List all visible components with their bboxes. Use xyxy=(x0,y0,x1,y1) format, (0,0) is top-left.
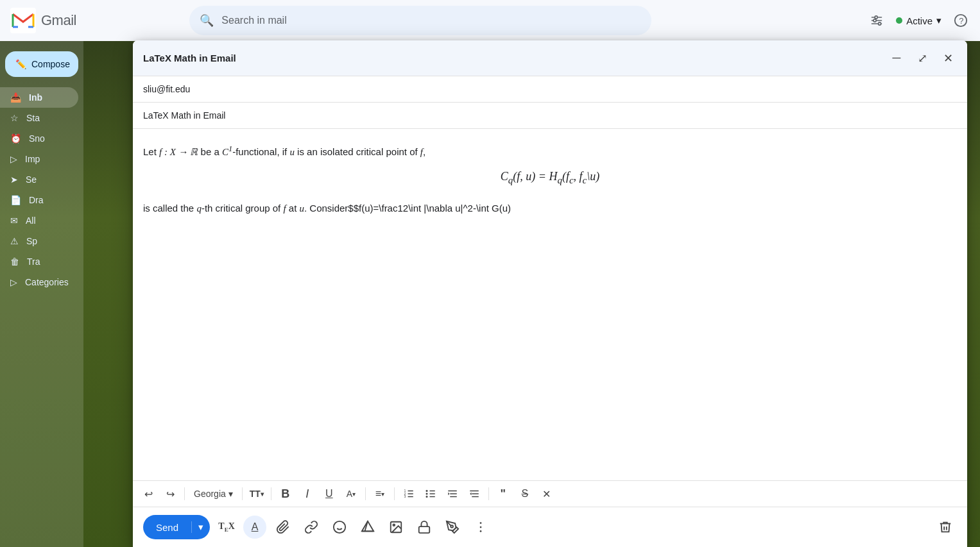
important-label: Imp xyxy=(25,154,40,164)
math-u1: u xyxy=(289,147,295,157)
settings-icon[interactable] xyxy=(868,12,886,29)
gmail-logo: Gmail xyxy=(10,8,76,33)
compose-header: LaTeX Math in Email ─ ⤢ ✕ xyxy=(133,40,967,76)
toolbar-separator-1 xyxy=(184,487,185,500)
math-f2: f xyxy=(420,147,423,157)
display-formula: Cq(f, u) = Hq(fc, fc\u) xyxy=(143,166,957,189)
svg-rect-7 xyxy=(872,23,879,24)
undo-button[interactable]: ↩ xyxy=(138,484,159,504)
categories-icon: ▷ xyxy=(10,277,17,287)
app-title: Gmail xyxy=(41,12,76,29)
draft-icon: 📄 xyxy=(10,195,21,205)
maximize-icon[interactable]: ⤢ xyxy=(913,49,931,67)
sidebar-item-all[interactable]: ✉ All xyxy=(0,210,78,231)
send-dropdown-arrow[interactable]: ▾ xyxy=(191,521,210,533)
attach-file-button[interactable] xyxy=(271,516,295,539)
compose-to-field[interactable]: sliu@fit.edu xyxy=(133,76,967,103)
search-bar[interactable]: 🔍 Search in mail xyxy=(189,6,651,35)
sidebar-item-drafts[interactable]: 📄 Dra xyxy=(0,190,78,210)
link-icon xyxy=(304,520,318,534)
math-q: q xyxy=(196,203,202,214)
bold-button[interactable]: B xyxy=(275,484,296,504)
svg-rect-0 xyxy=(10,8,36,33)
toolbar-separator-2 xyxy=(242,487,243,500)
sidebar-item-spam[interactable]: ⚠ Sp xyxy=(0,231,78,251)
compose-body[interactable]: Let f : X → ℝ be a C1-functional, if u i… xyxy=(133,129,967,480)
clear-formatting-button[interactable]: ✕ xyxy=(537,484,557,504)
spam-label: Sp xyxy=(26,236,37,246)
drafts-label: Dra xyxy=(29,195,44,205)
search-placeholder: Search in mail xyxy=(221,15,286,26)
text-formatting-button[interactable]: A xyxy=(243,516,266,539)
warning-icon: ⚠ xyxy=(10,236,19,246)
compose-icon: ✏️ xyxy=(15,59,26,69)
body-line-2: is called the q-th critical group of f a… xyxy=(143,199,957,217)
font-family-selector[interactable]: Georgia ▾ xyxy=(189,486,238,501)
outdent-button[interactable] xyxy=(464,484,485,504)
send-button[interactable]: Send ▾ xyxy=(143,515,210,539)
sidebar-item-categories[interactable]: ▷ Categories xyxy=(0,272,78,292)
sidebar: ✏️ Compose 📥 Inb ☆ Sta ⏰ Sno ▷ Imp ➤ Se … xyxy=(0,41,83,547)
svg-point-38 xyxy=(480,526,482,528)
svg-point-36 xyxy=(451,525,453,528)
photo-icon xyxy=(389,520,403,534)
text-color-button[interactable]: A ▾ xyxy=(341,484,361,504)
mail-icon: ✉ xyxy=(10,215,18,226)
font-family-chevron: ▾ xyxy=(228,489,233,499)
svg-point-39 xyxy=(480,530,482,532)
insert-link-button[interactable] xyxy=(300,516,323,539)
svg-point-22 xyxy=(426,493,427,495)
starred-label: Sta xyxy=(26,113,40,123)
sidebar-item-inbox[interactable]: 📥 Inb xyxy=(0,87,78,108)
close-icon[interactable]: ✕ xyxy=(939,49,957,67)
delete-button[interactable] xyxy=(934,516,957,539)
sidebar-item-trash[interactable]: 🗑 Tra xyxy=(0,251,78,272)
active-status[interactable]: Active ▾ xyxy=(896,15,941,26)
confidential-button[interactable] xyxy=(413,516,436,539)
unordered-list-button[interactable] xyxy=(420,484,441,504)
math-f1: f : X → ℝ xyxy=(159,147,198,157)
italic-button[interactable]: I xyxy=(297,484,318,504)
text-format-icon: A xyxy=(252,521,259,533)
toolbar-separator-4 xyxy=(365,487,366,500)
compose-subject-field[interactable]: LaTeX Math in Email xyxy=(133,103,967,129)
svg-text:3: 3 xyxy=(404,494,406,498)
important-icon: ▷ xyxy=(10,154,17,164)
svg-point-6 xyxy=(873,19,876,22)
blockquote-button[interactable]: " xyxy=(493,484,513,504)
signature-button[interactable] xyxy=(441,516,464,539)
gmail-logo-icon xyxy=(10,8,36,33)
ordered-list-button[interactable]: 1 2 3 xyxy=(399,484,419,504)
help-icon[interactable]: ? xyxy=(952,12,970,29)
font-size-button[interactable]: TT ▾ xyxy=(246,484,267,504)
toolbar-separator-5 xyxy=(394,487,395,500)
sidebar-item-starred[interactable]: ☆ Sta xyxy=(0,108,78,128)
strikethrough-button[interactable]: S xyxy=(515,484,535,504)
underline-button[interactable]: U xyxy=(319,484,340,504)
sidebar-item-snoozed[interactable]: ⏰ Sno xyxy=(0,128,78,149)
svg-rect-2 xyxy=(878,17,882,18)
latex-button[interactable]: TEX xyxy=(215,516,238,539)
signature-icon xyxy=(445,520,460,534)
sidebar-item-important[interactable]: ▷ Imp xyxy=(0,149,78,169)
send-icon: ➤ xyxy=(10,174,18,185)
more-options-button[interactable] xyxy=(469,516,492,539)
body-line-1: Let f : X → ℝ be a C1-functional, if u i… xyxy=(143,142,957,161)
insert-photo-button[interactable] xyxy=(384,516,408,539)
drive-button[interactable] xyxy=(356,516,379,539)
topbar: Gmail 🔍 Search in mail Active ▾ xyxy=(0,0,980,41)
indent-button[interactable] xyxy=(442,484,463,504)
svg-point-3 xyxy=(875,16,877,19)
active-chevron: ▾ xyxy=(936,15,941,26)
minimize-icon[interactable]: ─ xyxy=(888,49,906,67)
align-button[interactable]: ≡ ▾ xyxy=(370,484,390,504)
math-u2: u xyxy=(299,203,304,214)
redo-button[interactable]: ↪ xyxy=(160,484,180,504)
math-f3: f xyxy=(283,203,286,214)
compose-button[interactable]: ✏️ Compose xyxy=(5,51,78,77)
compose-footer: Send ▾ TEX A xyxy=(133,507,967,547)
formatting-toolbar: ↩ ↪ Georgia ▾ TT ▾ B I U A ▾ ≡ ▾ 1 2 3 xyxy=(133,480,967,507)
send-label: Send xyxy=(143,522,191,533)
insert-emoji-button[interactable] xyxy=(328,516,351,539)
sidebar-item-sent[interactable]: ➤ Se xyxy=(0,169,78,190)
